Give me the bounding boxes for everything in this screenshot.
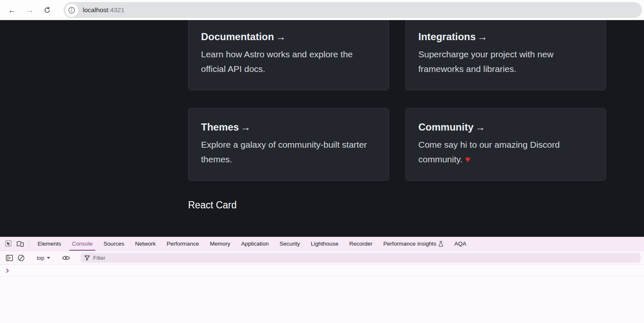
console-sidebar-icon [6,255,13,261]
filter-funnel-icon [84,255,90,261]
tab-label: Elements [38,241,61,247]
card-title-text: Community [418,121,473,133]
tab-label: Recorder [349,241,373,247]
console-toolbar: top [0,251,644,265]
back-button[interactable]: ← [6,4,18,16]
tab-sources[interactable]: Sources [98,237,130,251]
card-title: Integrations→ [418,31,593,43]
tab-console[interactable]: Console [66,237,98,251]
reload-icon [43,6,51,14]
card-title: Community→ [418,121,593,133]
site-info-chip[interactable] [65,4,78,17]
tab-recorder[interactable]: Recorder [344,237,378,251]
tab-label: Memory [210,241,230,247]
tab-label: Network [135,241,156,247]
tab-memory[interactable]: Memory [204,237,236,251]
filter-input[interactable] [93,255,637,261]
card-documentation[interactable]: Documentation→ Learn how Astro works and… [188,20,389,90]
context-selector[interactable]: top [37,255,50,261]
console-filter[interactable] [81,253,641,263]
device-toolbar-icon [16,241,24,247]
console-prompt-row[interactable] [0,265,644,277]
arrow-icon: → [475,121,485,133]
tab-label: Lighthouse [311,241,339,247]
card-body: Learn how Astro works and explore the of… [201,47,376,76]
device-toolbar-button[interactable] [14,237,26,251]
url-bar[interactable]: localhost:4321 [64,2,642,18]
devtools-tabbar: Elements Console Sources Network Perform… [0,237,644,251]
context-selector-value: top [37,255,44,261]
tab-application[interactable]: Application [236,237,274,251]
arrow-icon: → [477,31,487,42]
tab-aqa[interactable]: AQA [449,237,472,251]
react-card-label: React Card [188,200,237,211]
tab-label: Performance insights [383,241,436,247]
live-expression-button[interactable] [60,252,72,263]
tab-label: Application [241,241,269,247]
console-sidebar-toggle-button[interactable] [3,252,15,263]
card-title: Themes→ [201,121,376,133]
inspect-element-button[interactable] [3,237,14,251]
tab-performance-insights[interactable]: Performance insights [378,237,449,251]
tab-label: AQA [454,241,466,247]
card-title-text: Themes [201,121,239,133]
card-integrations[interactable]: Integrations→ Supercharge your project w… [405,20,606,90]
browser-toolbar: ← → localhost:4321 [0,0,644,20]
arrow-icon: → [241,121,251,133]
tab-label: Security [280,241,300,247]
tab-elements[interactable]: Elements [32,237,66,251]
tab-network[interactable]: Network [130,237,161,251]
clear-console-icon [18,254,25,261]
eye-icon [62,255,70,261]
tab-label: Console [72,241,93,247]
url-text: localhost:4321 [83,6,125,14]
card-community[interactable]: Community→ Come say hi to our amazing Di… [405,108,606,181]
clear-console-button[interactable] [15,252,27,263]
heart-icon: ♥ [465,154,470,164]
card-body: Come say hi to our amazing Discord commu… [418,137,593,167]
url-host: localhost [83,6,108,13]
tab-label: Performance [167,241,199,247]
console-prompt-chevron-icon [5,268,9,273]
inspect-cursor-icon [5,240,12,247]
flask-icon [438,241,443,247]
devtools-panel: Elements Console Sources Network Perform… [0,237,644,323]
card-title-text: Integrations [418,31,476,42]
tab-security[interactable]: Security [274,237,305,251]
card-grid: Documentation→ Learn how Astro works and… [188,20,606,181]
tab-performance[interactable]: Performance [161,237,204,251]
console-messages-area[interactable] [0,277,644,323]
card-body: Explore a galaxy of community-built star… [201,137,376,167]
card-body: Supercharge your project with new framew… [418,47,593,76]
page-viewport: Documentation→ Learn how Astro works and… [0,20,644,237]
card-body-text: Come say hi to our amazing Discord commu… [418,140,560,164]
reload-button[interactable] [41,4,53,16]
chevron-down-icon [47,257,50,259]
card-title: Documentation→ [201,31,376,43]
card-title-text: Documentation [201,31,274,42]
arrow-icon: → [276,31,286,42]
tab-lighthouse[interactable]: Lighthouse [305,237,344,251]
info-icon [68,7,75,14]
forward-button[interactable]: → [23,4,36,16]
card-themes[interactable]: Themes→ Explore a galaxy of community-bu… [188,108,389,181]
divider [29,240,29,247]
tab-label: Sources [104,241,125,247]
url-port: :4321 [108,6,125,13]
